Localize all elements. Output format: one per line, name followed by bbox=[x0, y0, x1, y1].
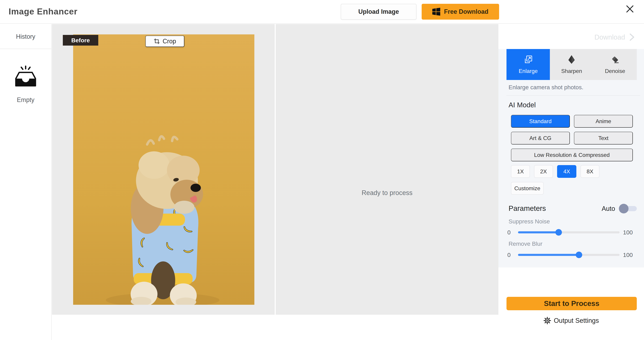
auto-toggle[interactable] bbox=[619, 205, 637, 212]
tab-denoise-label: Denoise bbox=[605, 68, 625, 74]
suppress-noise-fill bbox=[518, 231, 559, 233]
tab-enlarge[interactable]: Enlarge bbox=[506, 49, 550, 80]
output-settings-label: Output Settings bbox=[554, 317, 599, 324]
image-enhancer-window: Image Enhancer Upload Image Free Downloa… bbox=[0, 0, 644, 340]
customize-label: Customize bbox=[514, 185, 540, 192]
free-download-button[interactable]: Free Download bbox=[422, 4, 499, 19]
tab-description: Enlarge camera shot photos. bbox=[508, 84, 584, 91]
windows-logo-icon bbox=[432, 8, 440, 16]
sidebar-history-tab[interactable]: History bbox=[0, 33, 51, 40]
settings-panel: Download Enlarge bbox=[498, 24, 644, 340]
tab-sharpen-label: Sharpen bbox=[561, 68, 582, 74]
model-anime-button[interactable]: Anime bbox=[574, 115, 633, 128]
before-photo bbox=[73, 34, 254, 305]
remove-blur-max: 100 bbox=[623, 252, 638, 258]
parameters-heading: Parameters bbox=[508, 204, 546, 213]
remove-blur-fill bbox=[518, 254, 579, 256]
description-divider bbox=[506, 95, 640, 96]
status-text: Ready to process bbox=[276, 189, 498, 197]
upload-image-label: Upload Image bbox=[358, 8, 399, 15]
gear-icon bbox=[544, 317, 551, 324]
mode-tabs: Enlarge Sharpen bbox=[506, 49, 637, 80]
crop-button-label: Crop bbox=[163, 38, 176, 45]
empty-inbox-icon bbox=[0, 64, 51, 90]
sidebar-divider bbox=[0, 49, 51, 49]
free-download-label: Free Download bbox=[444, 8, 488, 15]
ai-model-heading: AI Model bbox=[508, 101, 536, 109]
after-canvas: Ready to process bbox=[276, 24, 498, 315]
crop-button[interactable]: Crop bbox=[146, 36, 184, 47]
model-art-cg-label: Art & CG bbox=[530, 135, 552, 141]
download-button-disabled[interactable]: Download bbox=[594, 33, 636, 42]
start-to-process-button[interactable]: Start to Process bbox=[506, 297, 637, 310]
download-label: Download bbox=[594, 33, 625, 41]
before-badge-label: Before bbox=[71, 37, 90, 44]
remove-blur-thumb[interactable] bbox=[576, 252, 582, 258]
auto-label: Auto bbox=[602, 205, 615, 212]
history-sidebar: History Empty bbox=[0, 24, 52, 340]
scale-2x-label: 2X bbox=[540, 168, 547, 175]
history-empty-label: Empty bbox=[0, 96, 51, 103]
suppress-noise-thumb[interactable] bbox=[555, 229, 562, 236]
auto-toggle-knob bbox=[619, 204, 628, 213]
remove-blur-min: 0 bbox=[507, 252, 514, 258]
scale-8x-label: 8X bbox=[586, 168, 593, 175]
tab-denoise[interactable]: Denoise bbox=[594, 49, 637, 80]
remove-blur-label: Remove Blur bbox=[508, 240, 542, 247]
chevron-right-icon bbox=[628, 33, 636, 42]
upload-image-button[interactable]: Upload Image bbox=[341, 4, 416, 19]
scale-4x-label: 4X bbox=[563, 168, 570, 175]
sharpen-icon bbox=[567, 55, 576, 64]
model-low-res-label: Low Resolution & Compressed bbox=[534, 152, 610, 158]
remove-blur-slider[interactable] bbox=[518, 254, 620, 256]
suppress-noise-max: 100 bbox=[623, 229, 638, 236]
scale-1x-button[interactable]: 1X bbox=[511, 165, 530, 178]
scale-2x-button[interactable]: 2X bbox=[534, 165, 553, 178]
output-settings-button[interactable]: Output Settings bbox=[498, 317, 644, 324]
suppress-noise-min: 0 bbox=[507, 229, 514, 236]
suppress-noise-slider[interactable] bbox=[518, 231, 620, 233]
model-anime-label: Anime bbox=[596, 118, 611, 124]
tab-enlarge-label: Enlarge bbox=[519, 68, 538, 74]
start-to-process-label: Start to Process bbox=[544, 300, 599, 308]
crop-icon bbox=[154, 38, 160, 44]
denoise-icon bbox=[610, 55, 620, 64]
customize-button[interactable]: Customize bbox=[511, 182, 544, 195]
model-low-res-button[interactable]: Low Resolution & Compressed bbox=[511, 149, 633, 161]
model-standard-button[interactable]: Standard bbox=[511, 115, 570, 128]
model-art-cg-button[interactable]: Art & CG bbox=[511, 132, 570, 144]
model-text-label: Text bbox=[598, 135, 608, 141]
before-canvas: Before Crop bbox=[52, 24, 275, 315]
page-title: Image Enhancer bbox=[8, 6, 78, 16]
scale-1x-label: 1X bbox=[517, 168, 524, 175]
top-bar: Image Enhancer Upload Image Free Downloa… bbox=[0, 0, 644, 24]
before-badge: Before bbox=[63, 35, 98, 45]
scale-4x-button[interactable]: 4X bbox=[557, 165, 576, 178]
bottom-strip bbox=[52, 315, 498, 340]
tab-sharpen[interactable]: Sharpen bbox=[550, 49, 593, 80]
model-standard-label: Standard bbox=[529, 118, 552, 124]
scale-8x-button[interactable]: 8X bbox=[580, 165, 600, 178]
model-text-button[interactable]: Text bbox=[574, 132, 633, 144]
close-icon[interactable] bbox=[623, 2, 637, 16]
suppress-noise-label: Suppress Noise bbox=[508, 218, 550, 225]
enlarge-icon bbox=[524, 55, 533, 64]
